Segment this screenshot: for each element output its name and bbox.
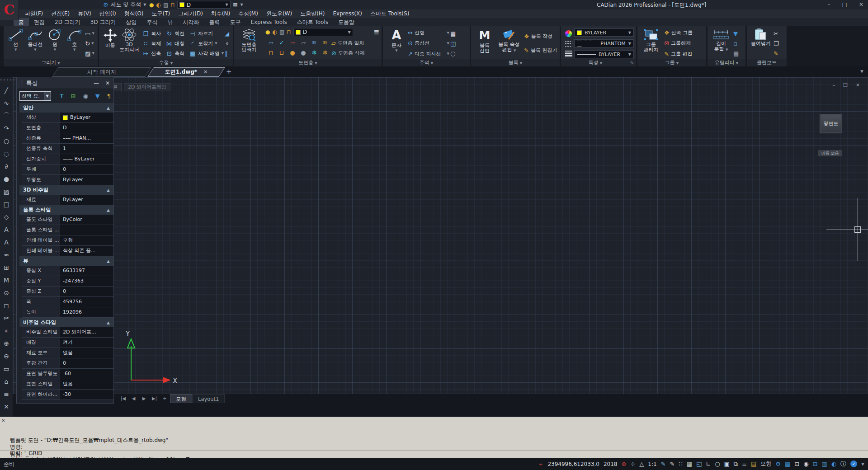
hatch-button[interactable]: ▨▼ [85, 49, 94, 58]
new-document-button[interactable]: + [226, 68, 232, 76]
copy-clipboard-icon[interactable]: ❐ [774, 39, 779, 48]
section-header[interactable]: 3D 비주얼 ▲ [19, 185, 113, 195]
section-header[interactable]: 일반 ▲ [19, 103, 113, 113]
quick-select-icon[interactable]: ▼ [733, 29, 739, 38]
single-text-icon[interactable]: A [4, 223, 9, 236]
property-value[interactable]: 2D 와이어프... [60, 327, 113, 337]
section-header[interactable]: 뷰 ▲ [19, 256, 113, 266]
properties-panel-titlebar[interactable]: ┊ 특성 — ✕ [17, 77, 113, 89]
erase-icon[interactable]: ✕ [4, 400, 9, 413]
mirror-button[interactable]: ⋈ 대칭 ▼ [165, 38, 184, 48]
snap-icon[interactable]: ⊹ [630, 458, 635, 470]
property-value[interactable]: ByLayer [60, 195, 113, 205]
draw-polyline-icon[interactable]: ∿ [4, 97, 9, 109]
chevron-down-icon[interactable]: ▼ [860, 69, 863, 74]
ribbon-tab[interactable]: 스마트 Tools [292, 18, 333, 26]
status-coordinates[interactable]: 2394996,612033,0 [547, 461, 599, 467]
clean-screen-icon[interactable]: ▥ [821, 458, 827, 470]
ribbon-tab[interactable]: 편집 [29, 18, 50, 26]
calculator-icon[interactable]: ▤ [733, 49, 739, 58]
property-value[interactable]: -60 [60, 369, 113, 379]
view-name-badge[interactable]: 이름 없음 [818, 150, 842, 156]
3d-positioner-button[interactable]: 3D포지셔너 [119, 28, 139, 59]
performance-monitor-icon[interactable]: ⊟ [813, 458, 818, 470]
color-select[interactable]: BYLAYER ▼ [574, 28, 634, 37]
measure-divide-button[interactable]: 길이분할 ▼ [710, 28, 732, 59]
object-snap-icon[interactable]: ▣ [724, 458, 730, 470]
minimize-panel-icon[interactable]: — [94, 80, 99, 86]
erase-icon[interactable]: ◢ [225, 29, 230, 38]
qat-customize-icon[interactable]: ▼ [240, 3, 243, 7]
scale-button[interactable]: ⊡ 축척 ▼ [165, 48, 184, 58]
pickadd-toggle-icon[interactable]: ◉ [83, 93, 88, 99]
match-properties-icon[interactable]: ✎ [774, 49, 779, 58]
block-editor-button[interactable]: ✎ 블록 편집기 [524, 45, 557, 55]
layer-properties-icon[interactable]: ▱ [265, 38, 276, 48]
arc-button[interactable]: 호 ▼ [65, 28, 84, 59]
info-icon[interactable]: ⓘ [840, 458, 846, 470]
rotate-button[interactable]: ↻ 회전 ▼ [165, 28, 184, 38]
layer-states-icon[interactable]: ≣ [233, 1, 238, 9]
close-button[interactable]: ✕ [859, 1, 863, 8]
layer-walk-icon[interactable]: ≋ [320, 38, 330, 48]
status-number[interactable]: 2018 [604, 461, 618, 467]
draw-polygon-icon[interactable]: ◇ [4, 211, 9, 223]
menu-item[interactable]: 치수(N) [207, 9, 234, 18]
table-icon[interactable]: ⊞ [4, 261, 9, 274]
draw-ellipse-icon[interactable]: ◌ [4, 147, 9, 160]
revision-cloud-button[interactable]: ↻▼ [85, 39, 94, 48]
draw-revision-cloud-icon[interactable]: ↷ [4, 122, 9, 135]
collapse-icon[interactable]: ▲ [107, 259, 110, 263]
draw-spline-icon[interactable]: ∂ [5, 160, 8, 173]
layer-match-button[interactable]: ▱도면층 일치 [331, 38, 364, 47]
visual-style-button[interactable]: 2D 와이어프레임 [124, 83, 170, 91]
zoom-out-icon[interactable]: ⊖ [4, 350, 9, 362]
panel-label-layers[interactable]: 도면층▼ [234, 59, 382, 66]
layer-dim-icon[interactable]: ● [298, 48, 309, 58]
section-header[interactable]: 비주얼 스타일 ▲ [19, 318, 113, 327]
section-header[interactable]: 플롯 스타일 ▲ [19, 205, 113, 215]
boundary-icon[interactable]: ▫ [733, 39, 739, 48]
menu-item[interactable]: 윈도우(W) [262, 9, 296, 18]
layer-on-icon[interactable]: ● [265, 29, 270, 35]
line-button[interactable]: 선 ▼ [6, 28, 25, 59]
panel-expander-icon[interactable]: ⇘ [630, 59, 634, 66]
layer-copy-icon[interactable]: ▱ [298, 38, 309, 48]
child-minimize-button[interactable]: – [832, 82, 835, 88]
text-button[interactable]: A 문자 ▼ [385, 28, 408, 59]
linetype-icon[interactable] [565, 41, 572, 47]
tab-start-page[interactable]: 시작 페이지 [55, 67, 148, 77]
macro-record-icon[interactable]: ◉ [803, 458, 808, 470]
target-icon[interactable]: ⊕ [621, 458, 626, 470]
layer-list-icon[interactable]: ≡ [4, 388, 9, 400]
grid-dots-icon[interactable]: ∷ [679, 458, 682, 470]
point-style-icon[interactable]: ⌖ [5, 324, 8, 337]
settings-gear-icon[interactable]: ⚙ [775, 458, 781, 470]
move-button[interactable]: 이동 [101, 28, 119, 59]
property-value[interactable]: -247363 [60, 276, 113, 286]
close-command-icon[interactable]: ✕ [1, 418, 5, 423]
property-value[interactable]: 0 [60, 358, 113, 368]
tab-model[interactable]: 모형 [170, 394, 192, 403]
selection-filter-icon[interactable]: ▼ [95, 93, 100, 99]
polyline-button[interactable]: 폴리선 ▼ [25, 28, 45, 59]
layer-set-current-icon[interactable]: ✓ [276, 38, 287, 48]
quick-group-button[interactable]: ❖ 신속 그룹 [664, 28, 693, 38]
zoom-in-icon[interactable]: ⊕ [4, 337, 9, 350]
ribbon-tab[interactable]: Express Tools [245, 18, 292, 26]
ortho-icon[interactable]: ∟ [706, 458, 711, 470]
linear-dimension-button[interactable]: ↔ 선형 ▼ [408, 28, 449, 38]
prev-tab-button[interactable]: ◀ [128, 394, 139, 403]
multiline-icon[interactable]: ≈ [4, 249, 9, 261]
polar-tracking-icon[interactable]: ○ [715, 458, 720, 470]
collapse-icon[interactable]: ▲ [107, 208, 110, 212]
quick-properties-icon[interactable]: ▤ [751, 458, 756, 470]
panel-label-clipboard[interactable]: 클립보드 [747, 59, 787, 66]
property-value[interactable]: 459756 [60, 297, 113, 307]
command-input[interactable]: 명령: [10, 451, 23, 458]
layer-isolate-icon[interactable]: ◐ [156, 1, 160, 9]
ribbon-tab[interactable]: 3D 그리기 [85, 18, 121, 26]
add-to-selection-icon[interactable]: ⊞ [71, 93, 75, 99]
property-value[interactable]: 없음 [60, 348, 113, 358]
annotation-visibility-icon[interactable]: ▨ [279, 29, 284, 35]
